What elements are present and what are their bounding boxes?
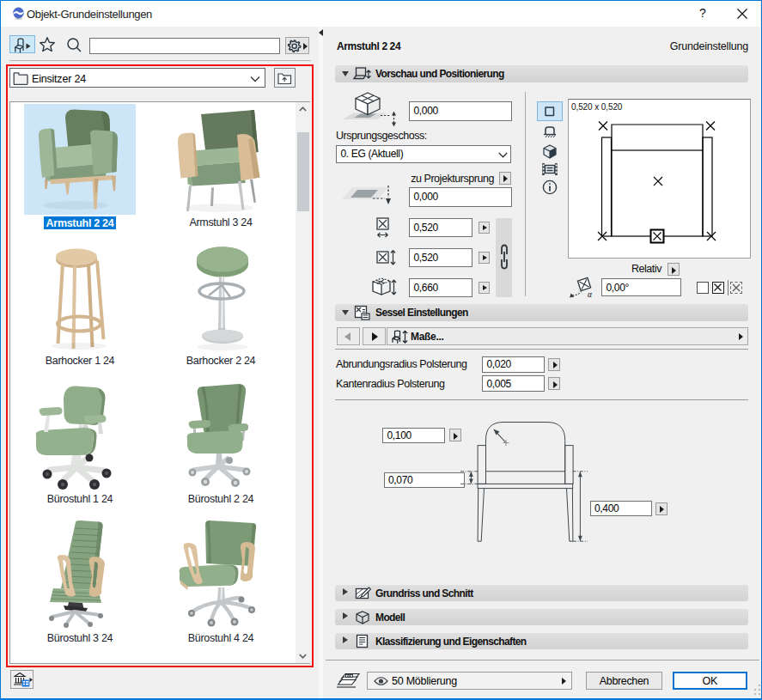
- svg-text:α: α: [588, 290, 593, 298]
